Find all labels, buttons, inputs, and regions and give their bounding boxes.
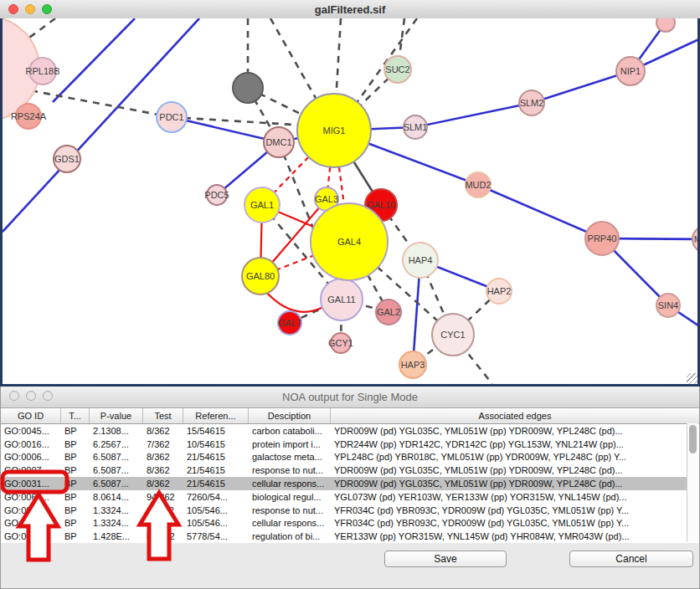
node-label-PDC1: PDC1: [159, 112, 183, 122]
cell-reference: 7260/54...: [183, 492, 249, 502]
column-header-go-id[interactable]: GO ID: [1, 408, 61, 423]
cell-test: 8/362: [143, 479, 183, 489]
node-label-HAP4: HAP4: [409, 255, 433, 265]
cell-p_value: 6.5087...: [90, 479, 143, 489]
window-controls: [8, 4, 52, 14]
table-row[interactable]: GO:0006...BP6.5087...8/36221/54615galact…: [1, 451, 687, 464]
edge-blue[interactable]: [478, 185, 602, 238]
table-row[interactable]: GO:0031...BP6.5087...8/36221/54615cellul…: [1, 477, 687, 490]
edge-curved-red[interactable]: [265, 290, 325, 312]
column-header-t-[interactable]: T...: [61, 408, 90, 423]
node-label-GCY1: GCY1: [328, 338, 353, 348]
cell-edges: YDR009W (pd) YGL035C, YML051W (pp) YDR00…: [331, 426, 687, 436]
cell-test: 8/362: [143, 452, 183, 462]
cell-go_id: GO:0031...: [1, 505, 61, 515]
screen: galFiltered.sif RPL18BRPS24AGDS1PDC1DMC1…: [0, 0, 700, 589]
cell-p_value: 1.3324...: [90, 518, 143, 528]
table-row[interactable]: GO:0031...BP1.3324...11/362105/546...res…: [1, 504, 687, 517]
cell-type: BP: [61, 479, 90, 489]
minimize-window-button[interactable]: [26, 391, 36, 401]
edge-blue[interactable]: [532, 71, 631, 103]
cell-type: BP: [61, 426, 90, 436]
save-button[interactable]: Save: [384, 551, 507, 567]
cell-test: 8/362: [143, 465, 183, 475]
cell-edges: YDR009W (pd) YGL035C, YML051W (pp) YDR00…: [331, 465, 687, 475]
minimize-window-button[interactable]: [25, 4, 35, 14]
zoom-window-button[interactable]: [43, 391, 53, 401]
cell-type: BP: [61, 465, 90, 475]
cell-description: biological regul...: [249, 492, 331, 502]
edge-dash[interactable]: [336, 18, 341, 102]
table-row[interactable]: GO:0050...BP1.428E...80/3625778/54...reg…: [1, 530, 687, 543]
node-label-SLM1: SLM1: [404, 122, 428, 132]
node-label-DMC1: DMC1: [265, 137, 291, 147]
cell-p_value: 6.5087...: [90, 452, 143, 462]
cancel-button[interactable]: Cancel: [569, 551, 693, 567]
cell-description: response to nut...: [249, 505, 331, 515]
node-label-GAL3: GAL3: [315, 194, 338, 204]
cell-type: BP: [61, 518, 90, 528]
cell-go_id: GO:0016...: [1, 439, 61, 449]
node-label-RPL18B: RPL18B: [26, 66, 60, 76]
table-row[interactable]: GO:0016...BP6.2567...7/36210/54615protei…: [1, 438, 687, 451]
cell-type: BP: [61, 439, 90, 449]
node-label-GAL1: GAL1: [250, 200, 274, 210]
node-label-HAP2: HAP2: [487, 286, 512, 296]
cell-reference: 105/546...: [183, 518, 249, 528]
cell-test: 94/362: [143, 492, 183, 502]
noa-window: NOA output for Single Mode GO IDT...P-va…: [0, 387, 700, 589]
zoom-window-button[interactable]: [42, 4, 52, 14]
node-unlabeled[interactable]: [656, 18, 675, 32]
table-row[interactable]: GO:0065...BP8.0614...94/3627260/54...bio…: [1, 490, 687, 504]
close-window-button[interactable]: [8, 4, 18, 14]
noa-window-titlebar[interactable]: NOA output for Single Mode: [1, 387, 699, 408]
node-label-SUC2: SUC2: [385, 64, 409, 74]
cell-test: 11/362: [143, 505, 183, 515]
cell-description: cellular respons...: [249, 479, 331, 489]
node-label-GAL2: GAL2: [377, 307, 400, 317]
column-header-desciption[interactable]: Desciption: [249, 408, 331, 423]
noa-window-controls: [9, 391, 53, 401]
noa-window-title: NOA output for Single Mode: [282, 391, 418, 403]
cell-reference: 5778/54...: [183, 531, 249, 541]
cell-reference: 21/54615: [183, 479, 249, 489]
table-row[interactable]: GO:0031...BP1.3324...11/362105/546...cel…: [1, 517, 687, 530]
cell-test: 80/362: [143, 531, 183, 541]
cell-reference: 15/54615: [183, 426, 249, 436]
cell-go_id: GO:0065...: [1, 492, 61, 502]
edge-blue[interactable]: [53, 18, 135, 102]
cell-description: galactose meta...: [249, 452, 331, 462]
table-row[interactable]: GO:0045...BP2.1308...8/36215/54615carbon…: [1, 424, 687, 438]
network-window-titlebar[interactable]: galFiltered.sif: [0, 0, 700, 19]
cell-reference: 10/54615: [183, 439, 249, 449]
column-header-referen-[interactable]: Referen...: [183, 408, 249, 423]
table-scrollbar[interactable]: [687, 423, 698, 542]
cell-description: response to nut...: [249, 465, 331, 475]
node-label-SLM2: SLM2: [520, 98, 544, 108]
cell-edges: YPL248C (pd) YBR018C, YML051W (pp) YDR00…: [331, 452, 687, 462]
node-unlabeled[interactable]: [233, 73, 263, 103]
network-canvas[interactable]: RPL18BRPS24AGDS1PDC1DMC1MIG1SUC2SLM1SLM2…: [0, 18, 700, 387]
network-window: galFiltered.sif RPL18BRPS24AGDS1PDC1DMC1…: [0, 0, 700, 387]
cell-go_id: GO:0045...: [1, 426, 61, 436]
cell-go_id: GO:0031...: [1, 479, 61, 489]
noa-footer: Save Cancel: [1, 543, 699, 588]
edge-blue[interactable]: [415, 103, 532, 127]
column-header-test[interactable]: Test: [143, 408, 183, 423]
column-header-associated-edges[interactable]: Associated edges: [331, 408, 699, 423]
results-table-header: GO IDT...P-valueTestReferen...Desciption…: [1, 408, 699, 424]
table-row[interactable]: GO:0007...BP6.5087...8/36221/54615respon…: [1, 464, 687, 477]
cell-edges: YDR244W (pp) YDR142C, YDR142C (pp) YGL15…: [331, 439, 687, 449]
resize-grip[interactable]: [687, 373, 697, 384]
close-window-button[interactable]: [9, 391, 19, 401]
node-label-GAL10: GAL10: [367, 200, 395, 210]
cell-go_id: GO:0006...: [1, 452, 61, 462]
cell-reference: 105/546...: [183, 505, 249, 515]
cell-description: regulation of bi...: [249, 531, 331, 541]
cell-test: 8/362: [143, 426, 183, 436]
table-scrollbar-thumb[interactable]: [689, 425, 697, 453]
column-header-p-value[interactable]: P-value: [90, 408, 143, 423]
node-label-GAL11: GAL11: [327, 294, 355, 305]
cell-type: BP: [61, 531, 90, 541]
node-label-GDS1: GDS1: [54, 154, 80, 164]
